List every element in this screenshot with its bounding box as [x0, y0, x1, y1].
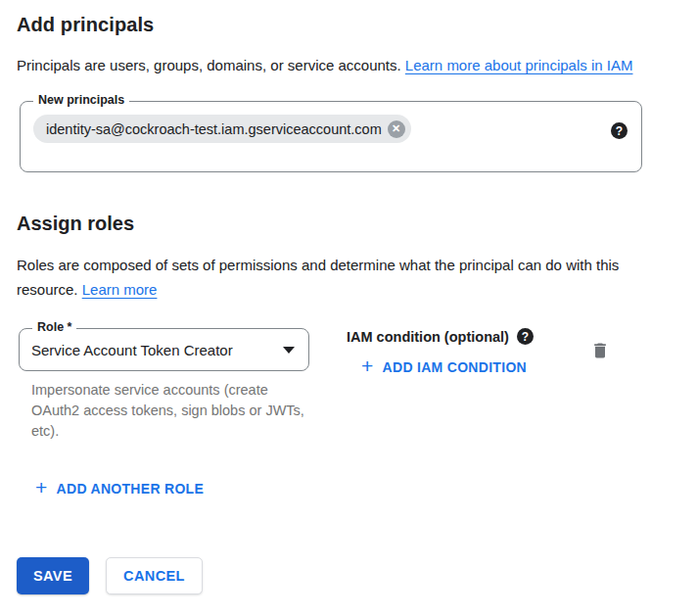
add-another-role-label: ADD ANOTHER ROLE [57, 481, 205, 497]
plus-icon: + [35, 477, 48, 498]
intro-paragraph: Principals are users, groups, domains, o… [17, 53, 651, 77]
save-button[interactable]: SAVE [17, 557, 89, 594]
add-iam-condition-label: ADD IAM CONDITION [383, 359, 527, 375]
trash-icon [590, 340, 610, 361]
new-principals-input-area[interactable]: identity-sa@cockroach-test.iam.gservicea… [21, 102, 641, 143]
chip-remove-icon[interactable]: ✕ [388, 120, 405, 138]
principal-chip-label: identity-sa@cockroach-test.iam.gservicea… [46, 121, 382, 137]
new-principals-field[interactable]: New principals identity-sa@cockroach-tes… [20, 101, 642, 172]
iam-condition-column: IAM condition (optional) ? +ADD IAM COND… [347, 328, 534, 378]
principal-chip: identity-sa@cockroach-test.iam.gservicea… [33, 115, 411, 143]
iam-condition-help-icon[interactable]: ? [517, 328, 534, 345]
new-principals-help-icon[interactable]: ? [611, 122, 628, 139]
add-principals-panel: Add principals Principals are users, gro… [0, 0, 698, 594]
intro-text: Principals are users, groups, domains, o… [17, 57, 405, 73]
roles-learn-more-link[interactable]: Learn more [82, 281, 158, 298]
cancel-button[interactable]: CANCEL [106, 557, 203, 594]
principals-learn-more-link[interactable]: Learn more about principals in IAM [405, 57, 633, 73]
dialog-actions: SAVE CANCEL [17, 557, 682, 594]
role-column: Role * Service Account Token Creator Imp… [19, 328, 309, 442]
role-description-text: Impersonate service accounts (create OAu… [31, 380, 315, 442]
plus-icon: + [361, 355, 374, 376]
assign-roles-title: Assign roles [17, 213, 682, 235]
new-principals-label: New principals [33, 93, 129, 107]
iam-condition-label: IAM condition (optional) [347, 329, 509, 345]
role-select[interactable]: Role * Service Account Token Creator [19, 328, 309, 371]
role-entry-row: Role * Service Account Token Creator Imp… [17, 328, 682, 442]
roles-description: Roles are composed of sets of permission… [17, 253, 663, 302]
add-another-role-button[interactable]: +ADD ANOTHER ROLE [35, 478, 204, 498]
page-title: Add principals [17, 14, 682, 36]
add-iam-condition-button[interactable]: +ADD IAM CONDITION [361, 356, 527, 377]
delete-role-button[interactable] [588, 338, 612, 366]
role-selected-value: Service Account Token Creator [31, 342, 283, 358]
dropdown-arrow-icon [283, 347, 295, 354]
delete-role-column [588, 338, 612, 366]
role-label: Role * [32, 320, 76, 334]
